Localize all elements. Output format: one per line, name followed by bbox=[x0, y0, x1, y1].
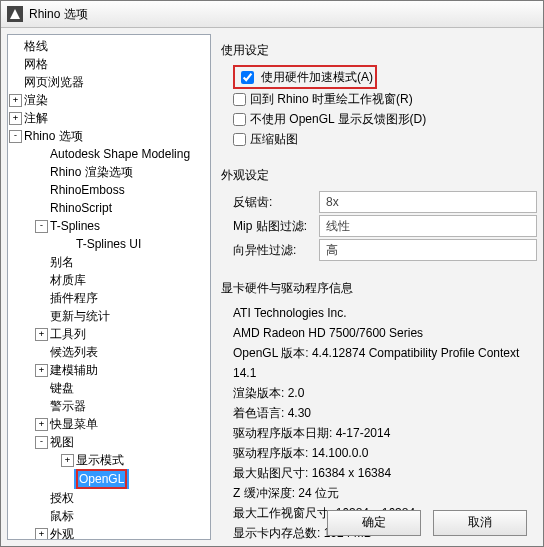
tree-item-label[interactable]: Rhino 渲染选项 bbox=[48, 163, 135, 181]
tree-item-label[interactable]: 工具列 bbox=[48, 325, 88, 343]
tree-item-label[interactable]: OpenGL bbox=[74, 469, 129, 489]
tree-item-label[interactable]: Autodesk Shape Modeling bbox=[48, 145, 192, 163]
gpu-info-line: 渲染版本: 2.0 bbox=[233, 383, 537, 403]
body: 格线网格网页浏览器+渲染+注解-Rhino 选项Autodesk Shape M… bbox=[1, 28, 543, 546]
chk-no-opengl-label: 不使用 OpenGL 显示反馈图形(D) bbox=[250, 111, 426, 128]
tree-item-label[interactable]: 建模辅助 bbox=[48, 361, 100, 379]
tree-item[interactable]: +工具列 bbox=[34, 325, 210, 343]
expand-toggle[interactable]: + bbox=[35, 418, 48, 431]
dialog-buttons: 确定 取消 bbox=[327, 510, 527, 536]
tree-item[interactable]: +快显菜单 bbox=[34, 415, 210, 433]
tree-item-label[interactable]: 网页浏览器 bbox=[22, 73, 86, 91]
tree-item-label[interactable]: 快显菜单 bbox=[48, 415, 100, 433]
appearance-title: 外观设定 bbox=[221, 167, 537, 184]
options-window: Rhino 选项 格线网格网页浏览器+渲染+注解-Rhino 选项Autodes… bbox=[0, 0, 544, 547]
tree-item-label[interactable]: 警示器 bbox=[48, 397, 88, 415]
chk-hw-accel-label: 使用硬件加速模式(A) bbox=[261, 69, 373, 86]
tree-item[interactable]: 鼠标 bbox=[34, 507, 210, 525]
tree-item[interactable]: 更新与统计 bbox=[34, 307, 210, 325]
gpu-title: 显卡硬件与驱动程序信息 bbox=[221, 280, 537, 297]
tree-item[interactable]: +显示模式 bbox=[60, 451, 210, 469]
expand-toggle[interactable]: + bbox=[9, 112, 22, 125]
expand-toggle[interactable]: + bbox=[35, 328, 48, 341]
gpu-info-line: 着色语言: 4.30 bbox=[233, 403, 537, 423]
expand-toggle[interactable]: + bbox=[35, 528, 48, 540]
tree-item[interactable]: -T-SplinesT-Splines UI bbox=[34, 217, 210, 253]
tree-item-label[interactable]: T-Splines bbox=[48, 217, 102, 235]
chk-return-redraw-label: 回到 Rhino 时重绘工作视窗(R) bbox=[250, 91, 413, 108]
tree-item-label[interactable]: 外观 bbox=[48, 525, 76, 540]
tree-item-label[interactable]: 渲染 bbox=[22, 91, 50, 109]
tree-item-label[interactable]: 键盘 bbox=[48, 379, 76, 397]
cancel-button[interactable]: 取消 bbox=[433, 510, 527, 536]
tree-item[interactable]: -视图+显示模式OpenGL bbox=[34, 433, 210, 489]
chk-compress-tex-label: 压缩贴图 bbox=[250, 131, 298, 148]
tree-item[interactable]: 候选列表 bbox=[34, 343, 210, 361]
expand-toggle[interactable]: + bbox=[9, 94, 22, 107]
tree-item[interactable]: 格线 bbox=[8, 37, 210, 55]
chk-hw-accel[interactable] bbox=[241, 71, 254, 84]
tree-item-label[interactable]: 插件程序 bbox=[48, 289, 100, 307]
tree-item[interactable]: RhinoScript bbox=[34, 199, 210, 217]
tree-item[interactable]: Rhino 渲染选项 bbox=[34, 163, 210, 181]
tree-item[interactable]: 网格 bbox=[8, 55, 210, 73]
app-icon bbox=[7, 6, 23, 22]
gpu-info-line: OpenGL 版本: 4.4.12874 Compatibility Profi… bbox=[233, 343, 537, 383]
option-tree[interactable]: 格线网格网页浏览器+渲染+注解-Rhino 选项Autodesk Shape M… bbox=[8, 35, 210, 540]
aa-select[interactable]: 8x bbox=[319, 191, 537, 213]
window-title: Rhino 选项 bbox=[29, 6, 88, 23]
expand-toggle[interactable]: + bbox=[35, 364, 48, 377]
tree-pane[interactable]: 格线网格网页浏览器+渲染+注解-Rhino 选项Autodesk Shape M… bbox=[7, 34, 211, 540]
tree-item-label[interactable]: RhinoScript bbox=[48, 199, 114, 217]
expand-toggle[interactable]: - bbox=[9, 130, 22, 143]
gpu-info-line: 驱动程序版本: 14.100.0.0 bbox=[233, 443, 537, 463]
tree-item[interactable]: 警示器 bbox=[34, 397, 210, 415]
tree-item[interactable]: +外观 bbox=[34, 525, 210, 540]
tree-item[interactable]: +建模辅助 bbox=[34, 361, 210, 379]
aniso-label: 向异性过滤: bbox=[233, 242, 313, 259]
tree-item-label[interactable]: T-Splines UI bbox=[74, 235, 143, 253]
tree-item[interactable]: Autodesk Shape Modeling bbox=[34, 145, 210, 163]
tree-item-label[interactable]: 授权 bbox=[48, 489, 76, 507]
tree-item-label[interactable]: 注解 bbox=[22, 109, 50, 127]
tree-item-highlight: OpenGL bbox=[76, 469, 127, 489]
tree-item[interactable]: OpenGL bbox=[60, 469, 210, 489]
expand-toggle[interactable]: - bbox=[35, 220, 48, 233]
tree-item[interactable]: 授权 bbox=[34, 489, 210, 507]
chk-return-redraw[interactable] bbox=[233, 93, 246, 106]
tree-item[interactable]: +注解 bbox=[8, 109, 210, 127]
expand-toggle[interactable]: + bbox=[61, 454, 74, 467]
expand-toggle[interactable]: - bbox=[35, 436, 48, 449]
tree-item-label[interactable]: RhinoEmboss bbox=[48, 181, 127, 199]
tree-item-label[interactable]: 候选列表 bbox=[48, 343, 100, 361]
tree-item[interactable]: +渲染 bbox=[8, 91, 210, 109]
tree-item-label[interactable]: 格线 bbox=[22, 37, 50, 55]
tree-item-label[interactable]: 显示模式 bbox=[74, 451, 126, 469]
tree-item-label[interactable]: 更新与统计 bbox=[48, 307, 112, 325]
tree-item[interactable]: 材质库 bbox=[34, 271, 210, 289]
tree-item[interactable]: T-Splines UI bbox=[60, 235, 210, 253]
tree-item[interactable]: 网页浏览器 bbox=[8, 73, 210, 91]
tree-item-label[interactable]: 鼠标 bbox=[48, 507, 76, 525]
tree-item[interactable]: 键盘 bbox=[34, 379, 210, 397]
chk-no-opengl[interactable] bbox=[233, 113, 246, 126]
tree-item-label[interactable]: Rhino 选项 bbox=[22, 127, 85, 145]
chk-hw-accel-hl: 使用硬件加速模式(A) bbox=[233, 65, 377, 89]
tree-item-label[interactable]: 视图 bbox=[48, 433, 76, 451]
gpu-info-line: AMD Radeon HD 7500/7600 Series bbox=[233, 323, 537, 343]
gpu-info: ATI Technologies Inc.AMD Radeon HD 7500/… bbox=[233, 303, 537, 540]
tree-item[interactable]: 别名 bbox=[34, 253, 210, 271]
gpu-info-line: 驱动程序版本日期: 4-17-2014 bbox=[233, 423, 537, 443]
chk-compress-tex[interactable] bbox=[233, 133, 246, 146]
tree-item[interactable]: -Rhino 选项Autodesk Shape ModelingRhino 渲染… bbox=[8, 127, 210, 540]
aniso-select[interactable]: 高 bbox=[319, 239, 537, 261]
aa-label: 反锯齿: bbox=[233, 194, 313, 211]
tree-item-label[interactable]: 网格 bbox=[22, 55, 50, 73]
tree-item-label[interactable]: 材质库 bbox=[48, 271, 88, 289]
tree-item-label[interactable]: 别名 bbox=[48, 253, 76, 271]
mip-select[interactable]: 线性 bbox=[319, 215, 537, 237]
ok-button[interactable]: 确定 bbox=[327, 510, 421, 536]
appearance-settings: 反锯齿: 8x Mip 贴图过滤: 线性 向异性过滤: 高 bbox=[233, 190, 537, 262]
tree-item[interactable]: 插件程序 bbox=[34, 289, 210, 307]
tree-item[interactable]: RhinoEmboss bbox=[34, 181, 210, 199]
